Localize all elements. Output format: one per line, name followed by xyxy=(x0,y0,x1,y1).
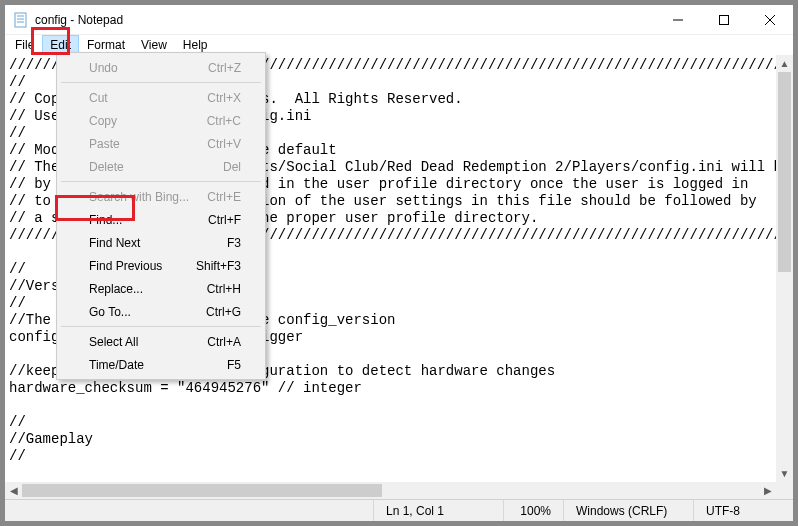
menu-item-shortcut: Ctrl+E xyxy=(207,190,241,204)
menu-separator xyxy=(61,326,261,327)
menu-item-label: Delete xyxy=(89,160,124,174)
menu-item-shortcut: Ctrl+C xyxy=(207,114,241,128)
menu-item-shortcut: Del xyxy=(223,160,241,174)
scroll-down-icon[interactable]: ▼ xyxy=(776,465,793,482)
menu-item-find[interactable]: Find...Ctrl+F xyxy=(59,208,263,231)
menu-item-find-next[interactable]: Find NextF3 xyxy=(59,231,263,254)
menu-item-paste: PasteCtrl+V xyxy=(59,132,263,155)
menu-item-shortcut: Shift+F3 xyxy=(196,259,241,273)
menu-item-shortcut: Ctrl+F xyxy=(208,213,241,227)
window-title: config - Notepad xyxy=(35,13,123,27)
status-encoding: UTF-8 xyxy=(693,500,793,521)
status-line-ending: Windows (CRLF) xyxy=(563,500,693,521)
menu-separator xyxy=(61,181,261,182)
statusbar: Ln 1, Col 1 100% Windows (CRLF) UTF-8 xyxy=(5,499,793,521)
scroll-up-icon[interactable]: ▲ xyxy=(776,55,793,72)
menu-separator xyxy=(61,82,261,83)
menu-item-time-date[interactable]: Time/DateF5 xyxy=(59,353,263,376)
status-zoom: 100% xyxy=(503,500,563,521)
edit-menu-dropdown: UndoCtrl+ZCutCtrl+XCopyCtrl+CPasteCtrl+V… xyxy=(56,52,266,380)
minimize-button[interactable] xyxy=(655,5,701,35)
menu-item-label: Find... xyxy=(89,213,122,227)
scroll-corner xyxy=(776,482,793,499)
menu-item-label: Time/Date xyxy=(89,358,144,372)
menu-item-label: Select All xyxy=(89,335,138,349)
status-position: Ln 1, Col 1 xyxy=(373,500,503,521)
menu-item-label: Copy xyxy=(89,114,117,128)
menu-item-shortcut: F3 xyxy=(227,236,241,250)
menu-item-shortcut: Ctrl+Z xyxy=(208,61,241,75)
vertical-scrollbar[interactable]: ▲ ▼ xyxy=(776,55,793,482)
menu-item-label: Cut xyxy=(89,91,108,105)
titlebar: config - Notepad xyxy=(5,5,793,35)
menu-item-label: Replace... xyxy=(89,282,143,296)
menu-item-go-to[interactable]: Go To...Ctrl+G xyxy=(59,300,263,323)
menu-item-label: Go To... xyxy=(89,305,131,319)
menu-item-replace[interactable]: Replace...Ctrl+H xyxy=(59,277,263,300)
menu-item-label: Undo xyxy=(89,61,118,75)
menu-item-delete: DeleteDel xyxy=(59,155,263,178)
menu-item-label: Find Previous xyxy=(89,259,162,273)
menu-item-shortcut: Ctrl+V xyxy=(207,137,241,151)
menu-item-label: Paste xyxy=(89,137,120,151)
menu-item-copy: CopyCtrl+C xyxy=(59,109,263,132)
menu-item-shortcut: Ctrl+X xyxy=(207,91,241,105)
menu-item-shortcut: Ctrl+H xyxy=(207,282,241,296)
maximize-button[interactable] xyxy=(701,5,747,35)
vscroll-track[interactable] xyxy=(776,72,793,465)
menu-item-label: Find Next xyxy=(89,236,140,250)
menu-item-cut: CutCtrl+X xyxy=(59,86,263,109)
hscroll-track[interactable] xyxy=(22,482,759,499)
menu-item-shortcut: F5 xyxy=(227,358,241,372)
close-button[interactable] xyxy=(747,5,793,35)
menu-item-shortcut: Ctrl+G xyxy=(206,305,241,319)
vscroll-thumb[interactable] xyxy=(778,72,791,272)
hscroll-thumb[interactable] xyxy=(22,484,382,497)
menu-file[interactable]: File xyxy=(7,35,42,55)
menu-item-find-previous[interactable]: Find PreviousShift+F3 xyxy=(59,254,263,277)
menu-item-label: Search with Bing... xyxy=(89,190,189,204)
horizontal-scrollbar[interactable]: ◀ ▶ xyxy=(5,482,776,499)
scroll-right-icon[interactable]: ▶ xyxy=(759,482,776,499)
scroll-left-icon[interactable]: ◀ xyxy=(5,482,22,499)
menu-item-select-all[interactable]: Select AllCtrl+A xyxy=(59,330,263,353)
menu-item-shortcut: Ctrl+A xyxy=(207,335,241,349)
menu-item-search-with-bing: Search with Bing...Ctrl+E xyxy=(59,185,263,208)
menu-item-undo: UndoCtrl+Z xyxy=(59,56,263,79)
svg-rect-0 xyxy=(15,13,26,27)
svg-rect-5 xyxy=(720,15,729,24)
notepad-icon xyxy=(13,12,29,28)
